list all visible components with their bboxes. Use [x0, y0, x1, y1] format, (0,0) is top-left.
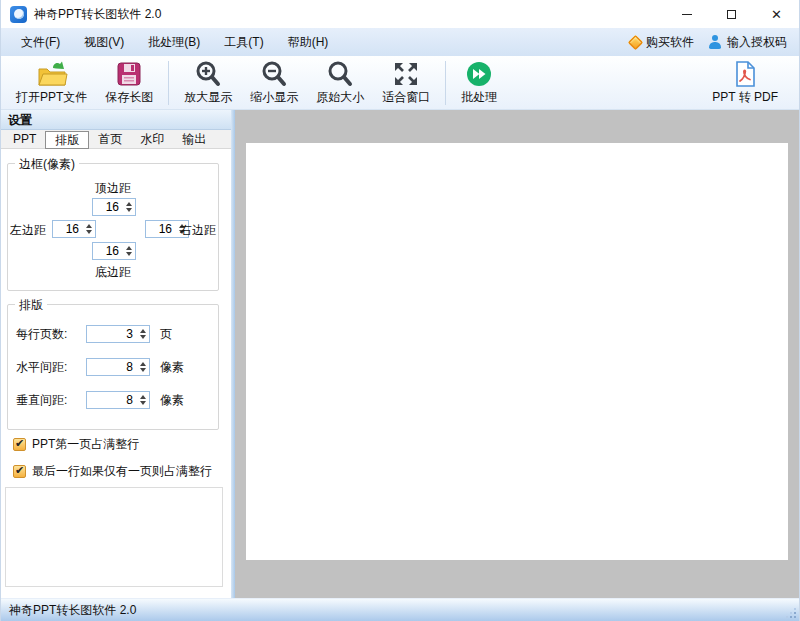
fit-window-label: 适合窗口 — [382, 89, 430, 106]
zoom-out-label: 缩小显示 — [250, 89, 298, 106]
original-size-button[interactable]: 原始大小 — [307, 57, 373, 109]
maximize-button[interactable] — [709, 0, 754, 28]
spinner-arrows[interactable] — [136, 392, 149, 408]
spinner-arrows[interactable] — [82, 221, 95, 237]
spinner-arrows[interactable] — [136, 359, 149, 375]
right-margin-value: 16 — [146, 221, 175, 237]
vertical-gap-row: 垂直间距: 8 像素 — [16, 391, 210, 409]
checkbox-icon[interactable]: ✔ — [13, 438, 26, 451]
save-long-image-label: 保存长图 — [105, 89, 153, 106]
vertical-gap-spinner[interactable]: 8 — [86, 391, 150, 409]
settings-tabs: PPT 排版 首页 水印 输出 — [1, 130, 231, 149]
top-margin-label: 顶边距 — [8, 180, 218, 197]
pages-per-row-spinner[interactable]: 3 — [86, 325, 150, 343]
checkbox-last-row-full[interactable]: ✔ 最后一行如果仅有一页则占满整行 — [13, 463, 212, 479]
batch-process-label: 批处理 — [461, 89, 497, 106]
app-icon — [10, 6, 27, 23]
last-row-full-label: 最后一行如果仅有一页则占满整行 — [32, 463, 212, 480]
left-margin-value: 16 — [53, 221, 82, 237]
ppt-to-pdf-label: PPT 转 PDF — [712, 89, 778, 106]
gem-icon — [628, 34, 644, 50]
minimize-button[interactable] — [664, 0, 709, 28]
pages-per-row-value: 3 — [87, 326, 136, 342]
left-margin-label: 左边距 — [10, 222, 46, 239]
pdf-file-icon — [732, 60, 758, 88]
person-icon — [708, 35, 722, 49]
bottom-margin-label: 底边距 — [8, 264, 218, 281]
top-margin-value: 16 — [93, 199, 122, 215]
statusbar-text: 神奇PPT转长图软件 2.0 — [9, 602, 136, 619]
tab-watermark[interactable]: 水印 — [131, 131, 173, 148]
spinner-arrows[interactable] — [122, 199, 135, 215]
bottom-margin-spinner[interactable]: 16 — [92, 242, 136, 260]
window-controls: ✕ — [664, 0, 799, 28]
menu-tools[interactable]: 工具(T) — [212, 28, 275, 56]
enter-license-label: 输入授权码 — [727, 34, 787, 51]
spinner-arrows[interactable] — [136, 326, 149, 342]
tab-output[interactable]: 输出 — [173, 131, 215, 148]
right-margin-label: 右边距 — [180, 222, 216, 239]
spinner-arrows[interactable] — [122, 243, 135, 259]
pages-per-row-row: 每行页数: 3 页 — [16, 325, 210, 343]
save-long-image-button[interactable]: 保存长图 — [96, 57, 162, 109]
menu-batch[interactable]: 批处理(B) — [136, 28, 212, 56]
resize-grip[interactable] — [784, 606, 796, 618]
ppt-to-pdf-button[interactable]: PPT 转 PDF — [703, 57, 787, 109]
batch-process-icon — [465, 60, 493, 88]
toolbar: 打开PPT文件 保存长图 放大显示 — [1, 56, 799, 110]
original-size-icon — [326, 60, 354, 88]
menu-view[interactable]: 视图(V) — [72, 28, 136, 56]
tab-firstpage[interactable]: 首页 — [89, 131, 131, 148]
open-ppt-button[interactable]: 打开PPT文件 — [7, 57, 96, 109]
batch-process-button[interactable]: 批处理 — [452, 57, 506, 109]
close-button[interactable]: ✕ — [754, 0, 799, 28]
checkbox-icon[interactable]: ✔ — [13, 465, 26, 478]
menu-file[interactable]: 文件(F) — [9, 28, 72, 56]
zoom-in-icon — [194, 60, 222, 88]
settings-sidebar: 设置 PPT 排版 首页 水印 输出 边框(像素) 顶边距 16 左边距 16 — [1, 110, 231, 598]
horizontal-gap-row: 水平间距: 8 像素 — [16, 358, 210, 376]
zoom-out-button[interactable]: 缩小显示 — [241, 57, 307, 109]
border-group-title: 边框(像素) — [15, 156, 79, 173]
fit-window-button[interactable]: 适合窗口 — [373, 57, 439, 109]
border-margins-group: 边框(像素) 顶边距 16 左边距 16 16 右边距 16 — [7, 163, 219, 291]
horizontal-gap-value: 8 — [87, 359, 136, 375]
preview-page — [246, 143, 788, 560]
vertical-gap-value: 8 — [87, 392, 136, 408]
toolbar-separator — [445, 61, 446, 105]
top-margin-spinner[interactable]: 16 — [92, 198, 136, 216]
preview-area[interactable] — [235, 110, 800, 598]
minimize-icon — [682, 14, 692, 15]
horizontal-gap-spinner[interactable]: 8 — [86, 358, 150, 376]
menubar-right: 购买软件 输入授权码 — [630, 34, 791, 51]
buy-software-label: 购买软件 — [646, 34, 694, 51]
statusbar: 神奇PPT转长图软件 2.0 — [1, 598, 799, 621]
open-folder-icon — [36, 60, 68, 88]
left-margin-spinner[interactable]: 16 — [52, 220, 96, 238]
horizontal-gap-label: 水平间距: — [16, 359, 86, 376]
app-window: 神奇PPT转长图软件 2.0 ✕ 文件(F) 视图(V) 批处理(B) 工具(T… — [0, 0, 800, 621]
zoom-out-icon — [260, 60, 288, 88]
zoom-in-label: 放大显示 — [184, 89, 232, 106]
tab-layout[interactable]: 排版 — [45, 131, 89, 149]
close-icon: ✕ — [771, 8, 782, 21]
empty-settings-box — [5, 487, 223, 587]
maximize-icon — [727, 10, 736, 19]
enter-license-link[interactable]: 输入授权码 — [708, 34, 787, 51]
menubar: 文件(F) 视图(V) 批处理(B) 工具(T) 帮助(H) 购买软件 输入授权… — [1, 28, 799, 56]
open-ppt-label: 打开PPT文件 — [16, 89, 87, 106]
buy-software-link[interactable]: 购买软件 — [630, 34, 694, 51]
horizontal-gap-suffix: 像素 — [160, 359, 184, 376]
vertical-gap-suffix: 像素 — [160, 392, 184, 409]
settings-panel-header: 设置 — [1, 110, 231, 130]
titlebar: 神奇PPT转长图软件 2.0 ✕ — [1, 0, 799, 28]
save-floppy-icon — [115, 60, 143, 88]
toolbar-separator — [168, 61, 169, 105]
tab-page-layout: 边框(像素) 顶边距 16 左边距 16 16 右边距 16 — [1, 149, 231, 598]
checkbox-first-page-full-row[interactable]: ✔ PPT第一页占满整行 — [13, 436, 139, 452]
window-title: 神奇PPT转长图软件 2.0 — [34, 6, 161, 23]
zoom-in-button[interactable]: 放大显示 — [175, 57, 241, 109]
menu-help[interactable]: 帮助(H) — [276, 28, 341, 56]
bottom-margin-value: 16 — [93, 243, 122, 259]
tab-ppt[interactable]: PPT — [4, 131, 45, 148]
